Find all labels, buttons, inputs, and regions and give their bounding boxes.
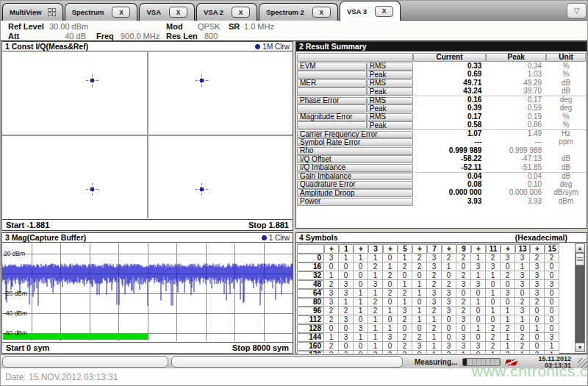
- symbol-value: 3: [501, 254, 515, 262]
- tab-multiview[interactable]: MultiView: [2, 3, 63, 21]
- symbol-value: 2: [427, 280, 442, 289]
- symbol-value: 0: [471, 307, 486, 315]
- result-unit: dB: [546, 87, 586, 96]
- softkey-bar-2: [171, 356, 403, 368]
- symbol-value: 1: [486, 271, 501, 280]
- symbol-value: 1: [427, 342, 442, 351]
- symbol-value: 1: [398, 254, 412, 262]
- tab-overflow-button[interactable]: ▽: [567, 3, 587, 18]
- symbol-value: 3: [545, 333, 559, 342]
- symbols-titlebar[interactable]: 4 Symbols (Hexadecimal): [296, 233, 587, 243]
- symbol-value: 1: [515, 351, 530, 354]
- softkey-bar-1: [2, 356, 168, 368]
- result-header-blank-cell: [297, 53, 413, 62]
- symbol-value: 2: [501, 351, 515, 354]
- tab-close-button[interactable]: X: [169, 7, 187, 18]
- symbol-value: 1: [398, 280, 412, 289]
- result-unit: [546, 146, 586, 155]
- symbol-value: 0: [501, 262, 515, 271]
- symbol-value: 2: [368, 351, 383, 354]
- symbols-window: 4 Symbols (Hexadecimal) +1+3+5+7+9+11+13…: [295, 232, 587, 354]
- symbol-value: 0: [456, 262, 471, 271]
- tab-close-button[interactable]: X: [232, 7, 250, 18]
- symbol-value: 2: [486, 333, 501, 342]
- result-peak-value: 0.19: [486, 112, 546, 121]
- symbol-value: 2: [486, 324, 501, 333]
- ref-level-value[interactable]: 30.00 dBm: [49, 22, 88, 31]
- multiview-grid-icon: [48, 8, 56, 16]
- result-peak-value: -47.13: [486, 155, 546, 164]
- symbol-value: 2: [515, 342, 530, 351]
- symbol-value: 0: [442, 324, 456, 333]
- freq-value[interactable]: 900.0 MHz: [121, 32, 159, 40]
- result-unit: deg: [546, 180, 586, 189]
- tab-spectrum-2[interactable]: Spectrum 2X: [259, 3, 338, 21]
- symbols-col-header: 3: [368, 244, 383, 254]
- symbol-value: 2: [515, 298, 530, 307]
- result-unit: %: [546, 112, 586, 121]
- symbols-table: +1+3+5+7+9+11+13+15031110123221233221600…: [297, 243, 560, 354]
- symbols-col-header: 13: [515, 244, 530, 254]
- const-window-titlebar[interactable]: 1 Const I/Q(Meas&Ref) 1M Clrw: [2, 42, 293, 51]
- scrollbar-track[interactable]: [575, 253, 585, 343]
- symbol-value: 0: [354, 280, 368, 289]
- symbol-value: 1: [383, 262, 398, 271]
- symbol-value: 2: [383, 351, 398, 354]
- mod-value[interactable]: QPSK: [198, 22, 220, 31]
- result-sublabel: RMS: [367, 79, 413, 87]
- symbol-value: 3: [530, 280, 545, 289]
- mag-y-axis-label: -40 dBm: [4, 310, 27, 317]
- result-current-value: 0.04: [413, 173, 487, 181]
- scrollbar-thumb[interactable]: [576, 253, 584, 265]
- symbols-row-index: 128: [297, 324, 324, 333]
- symbols-col-header: 11: [486, 244, 501, 254]
- symbol-value: 1: [501, 342, 515, 351]
- mag-axis-footer: Start 0 sym Stop 8000 sym: [2, 342, 293, 353]
- symbol-value: 0: [412, 351, 427, 354]
- result-label: I/Q Offset: [297, 155, 413, 163]
- result-sublabel: Peak: [367, 87, 413, 96]
- symbol-value: 3: [427, 254, 442, 262]
- result-peak-value: 1.49: [486, 130, 546, 138]
- result-sublabel: Peak: [367, 121, 413, 129]
- mag-y-axis-label: -20 dBm: [4, 290, 27, 297]
- symbol-value: 3: [339, 351, 354, 354]
- sr-value[interactable]: 1.0 MHz: [244, 22, 274, 31]
- result-current-value: 0.33: [413, 62, 487, 71]
- tab-close-button[interactable]: X: [375, 6, 393, 17]
- res-len-value[interactable]: 800: [204, 32, 218, 40]
- tab-vsa-3[interactable]: VSA 3X: [340, 1, 401, 21]
- result-sublabel: RMS: [367, 97, 413, 104]
- tab-vsa-2[interactable]: VSA 2X: [196, 3, 257, 21]
- i-axis: [2, 135, 293, 136]
- scroll-down-icon[interactable]: ▼: [575, 343, 585, 352]
- tab-spectrum[interactable]: SpectrumX: [65, 3, 138, 21]
- symbols-format-label: (Hexadecimal): [515, 233, 584, 243]
- tab-close-button[interactable]: X: [312, 7, 331, 18]
- result-label: Rho: [297, 147, 413, 155]
- tab-label: VSA: [146, 8, 161, 16]
- att-value[interactable]: 40 dB: [52, 32, 86, 40]
- result-summary-titlebar[interactable]: 2 Result Summary: [296, 42, 587, 51]
- symbol-value: 0: [456, 324, 471, 333]
- symbols-scrollbar[interactable]: ▲ ▼: [575, 243, 585, 352]
- result-label: Symbol Rate Error: [297, 138, 413, 146]
- symbol-value: 0: [486, 298, 501, 307]
- tab-close-button[interactable]: X: [112, 7, 130, 18]
- symbol-value: 1: [354, 298, 368, 307]
- symbol-value: 1: [471, 298, 486, 307]
- symbol-value: 1: [412, 280, 427, 289]
- result-summary-row: I/Q Imbalance-52.11-51.85dB: [297, 163, 586, 172]
- symbol-value: 3: [442, 342, 456, 351]
- symbol-value: 0: [530, 333, 545, 342]
- symbols-row-index: 96: [297, 307, 324, 315]
- symbol-value: 0: [545, 324, 559, 333]
- symbol-value: 3: [530, 271, 545, 280]
- scroll-up-icon[interactable]: ▲: [575, 243, 585, 253]
- symbol-value: 0: [383, 254, 398, 262]
- tab-vsa[interactable]: VSAX: [139, 3, 195, 21]
- result-label: MER: [297, 79, 367, 87]
- footer-date-label: Date: 15.NOV.2012 03:13:31: [5, 372, 118, 382]
- mag-window-titlebar[interactable]: 3 Mag(Capture Buffer) 1 Clrw: [2, 233, 293, 243]
- magnitude-trace: [2, 243, 293, 341]
